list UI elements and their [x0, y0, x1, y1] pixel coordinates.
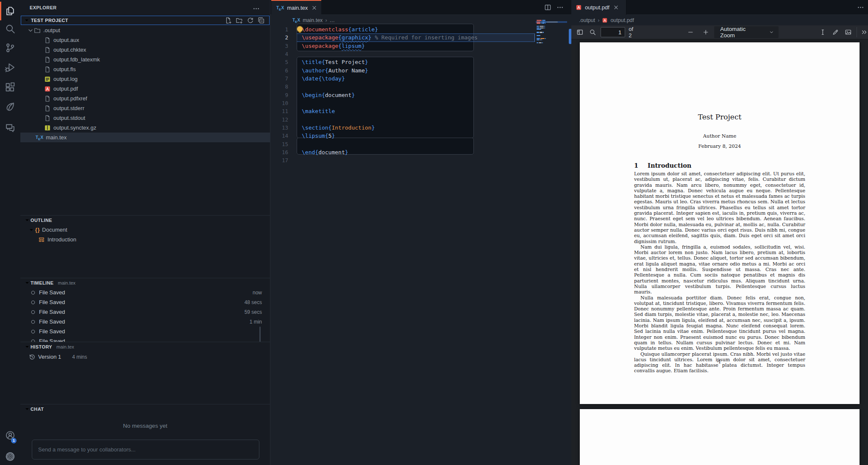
activity-bar-item-source-control[interactable] [0, 39, 20, 57]
tree-item-output.stdout[interactable]: output.stdout [20, 113, 270, 123]
code-line-14[interactable]: 14\lipsum{5} [270, 132, 571, 140]
tree-item-output.pdfxref[interactable]: output.pdfxref [20, 94, 270, 103]
text-select-icon[interactable] [819, 28, 826, 36]
code-line-6[interactable]: 6\author{Author Name} [270, 66, 571, 75]
zoom-level-dropdown[interactable]: Automatic Zoom [714, 26, 778, 38]
timeline-row[interactable]: File Saved [20, 327, 270, 336]
timeline-row[interactable]: File Saved [20, 336, 270, 342]
tree-item-output.stderr[interactable]: output.stderr [20, 103, 270, 113]
sidebar-toggle-icon[interactable] [576, 28, 584, 36]
timeline-scrollbar[interactable] [259, 327, 261, 342]
code-line-10[interactable]: 10 [270, 99, 571, 107]
timeline-section-header[interactable]: TIMELINE main.tex [24, 278, 75, 288]
code-line-2[interactable]: 2\usepackage{graphicx} % Required for in… [270, 33, 571, 42]
outline-item-introduction[interactable]: Introduction [20, 235, 270, 244]
pdf-breadcrumb[interactable]: .output › output.pdf [571, 15, 868, 25]
document-paragraph: Lorem ipsum dolor sit amet, consectetuer… [634, 171, 805, 244]
activity-bar-item-explorer[interactable] [0, 2, 20, 20]
page-number-input[interactable] [601, 27, 625, 37]
split-editor-icon[interactable] [544, 4, 551, 11]
activity-bar-item-search[interactable] [0, 19, 20, 38]
code-line-9[interactable]: 9\begin{document} [270, 91, 571, 99]
code-line-3[interactable]: 3\usepackage{lipsum} [270, 42, 571, 50]
tree-item-label: output.log [53, 76, 78, 82]
braces-icon: { } [35, 227, 39, 233]
code-line-4[interactable]: 4 [270, 50, 571, 58]
chat-section-header[interactable]: CHAT [24, 404, 44, 414]
history-section-header[interactable]: HISTORY main.tex [24, 342, 74, 352]
comments-icon [5, 122, 16, 133]
code-line-1[interactable]: 1\documentclass{article} [270, 25, 571, 33]
tab-main-tex[interactable]: TEX main.tex [271, 0, 321, 15]
search-icon[interactable] [589, 28, 596, 36]
history-version-row[interactable]: Version 1 4 mins [20, 352, 270, 362]
more-actions-icon[interactable] [556, 4, 564, 11]
outline-item-document[interactable]: { } Document [20, 225, 270, 235]
tree-item-output.aux[interactable]: output.aux [20, 35, 270, 45]
pdf-viewer[interactable]: Test Project Author Name February 8, 202… [571, 39, 868, 465]
activity-bar-item-comments[interactable] [0, 119, 20, 137]
tree-item-output.fls[interactable]: output.fls [20, 64, 270, 74]
tree-item-output.synctex.gz[interactable]: output.synctex.gz [20, 123, 270, 133]
timeline-row[interactable]: File Saved59 secs [20, 307, 270, 317]
activity-bar-item-run-and-debug[interactable] [0, 58, 20, 77]
new-file-icon[interactable] [225, 17, 232, 24]
circle-icon [30, 328, 36, 335]
timeline-row[interactable]: File Saved48 secs [20, 297, 270, 307]
timeline-row[interactable]: File Saved1 min [20, 317, 270, 327]
code-line-15[interactable]: 15 [270, 140, 571, 148]
tree-item-output.pdf[interactable]: output.pdf [20, 84, 270, 94]
file-icon [44, 66, 51, 73]
line-number: 12 [270, 116, 302, 123]
code-line-11[interactable]: 11\maketitle [270, 107, 571, 115]
activity-bar-item-overleaf[interactable] [0, 97, 20, 116]
tree-item-.output[interactable]: .output [20, 25, 270, 35]
settings-button[interactable] [0, 447, 20, 465]
line-number: 8 [270, 83, 302, 90]
code-line-16[interactable]: 16\end{document} [270, 148, 571, 156]
line-number: 15 [270, 141, 302, 147]
code-line-5[interactable]: 5\title{Test Project} [270, 58, 571, 66]
line-number: 4 [270, 51, 302, 57]
explorer-more-icon[interactable] [253, 5, 260, 12]
folder-icon [34, 27, 41, 34]
tree-item-label: output.stdout [53, 115, 85, 121]
tree-item-label: output.stderr [53, 105, 84, 111]
more-tools-chevrons-icon[interactable] [861, 28, 868, 36]
tree-item-output.fdb_latexmk[interactable]: output.fdb_latexmk [20, 55, 270, 64]
minimap[interactable] [537, 20, 566, 54]
activity-bar: 1 [0, 0, 21, 465]
project-section-header[interactable]: TEST PROJECT [21, 16, 270, 25]
pdf-file-icon [602, 17, 608, 23]
collapse-all-icon[interactable] [258, 17, 265, 24]
code-line-17[interactable]: 17 [270, 156, 571, 164]
code-line-13[interactable]: 13\section{Introduction} [270, 124, 571, 132]
zoom-out-icon[interactable] [687, 28, 694, 36]
close-icon[interactable] [311, 5, 317, 11]
line-number: 6 [270, 67, 302, 74]
section-heading: 1Introduction [634, 162, 691, 169]
code-line-7[interactable]: 7\date{\today} [270, 75, 571, 83]
activity-bar-item-extensions[interactable] [0, 78, 20, 97]
code-line-12[interactable]: 12 [270, 116, 571, 124]
chevron-down-icon [28, 227, 35, 233]
file-icon [44, 115, 51, 122]
zoom-in-icon[interactable] [702, 28, 709, 36]
minimap-line [537, 32, 544, 33]
chat-input[interactable] [32, 440, 259, 459]
refresh-icon[interactable] [247, 17, 254, 24]
outline-section-header[interactable]: OUTLINE [24, 215, 52, 225]
annotate-pencil-icon[interactable] [832, 28, 839, 36]
new-folder-icon[interactable] [236, 17, 243, 24]
code-line-8[interactable]: 8 [270, 83, 571, 91]
tree-item-output.chktex[interactable]: output.chktex [20, 45, 270, 55]
tree-item-main.tex[interactable]: TEXmain.tex [20, 133, 270, 142]
account-button[interactable] [0, 426, 20, 445]
code-editor[interactable]: 1\documentclass{article}2\usepackage{gra… [270, 25, 571, 165]
tree-item-output.log[interactable]: output.log [20, 74, 270, 84]
timeline-row[interactable]: File Savednow [20, 288, 270, 297]
more-actions-icon[interactable] [857, 4, 864, 11]
close-icon[interactable] [613, 4, 619, 11]
tab-output-pdf[interactable]: output.pdf [571, 0, 626, 15]
image-icon[interactable] [845, 28, 852, 36]
